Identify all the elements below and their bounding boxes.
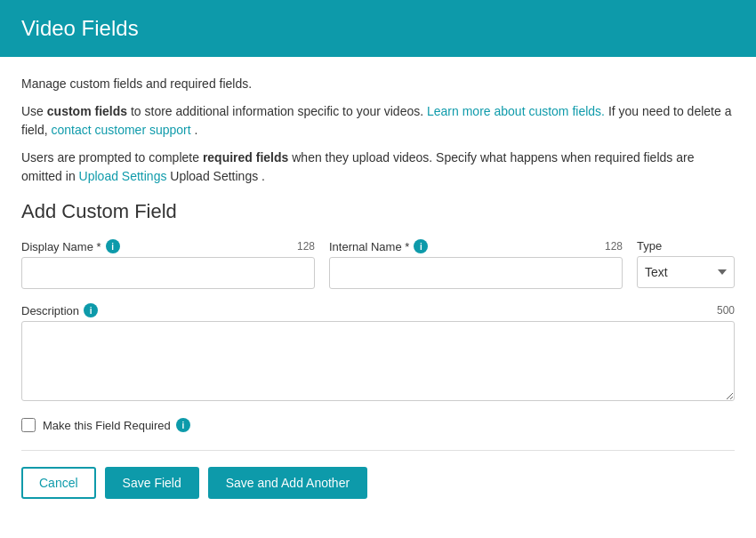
- intro-period: .: [195, 123, 198, 137]
- intro-line2: Use custom fields to store additional in…: [21, 102, 735, 140]
- intro-use-prefix: Use: [21, 104, 47, 118]
- save-and-add-button[interactable]: Save and Add Another: [208, 467, 367, 499]
- learn-more-link[interactable]: Learn more about custom fields.: [427, 104, 605, 118]
- internal-name-label-text: Internal Name *: [329, 240, 409, 253]
- section-title: Add Custom Field: [21, 200, 735, 223]
- intro-section: Manage custom fields and required fields…: [21, 75, 735, 186]
- divider: [21, 450, 735, 451]
- intro-custom-fields-bold: custom fields: [47, 104, 127, 118]
- type-label-text: Type: [637, 239, 662, 253]
- internal-name-label: Internal Name * i: [329, 239, 428, 253]
- page-title: Video Fields: [21, 16, 735, 41]
- internal-name-group: Internal Name * i 128: [329, 239, 623, 289]
- upload-settings-link[interactable]: Upload Settings: [79, 169, 167, 183]
- required-field-row: Make this Field Required i: [21, 418, 735, 432]
- description-char-count: 500: [717, 304, 735, 317]
- description-info-icon[interactable]: i: [84, 303, 98, 317]
- page-header: Video Fields: [0, 0, 756, 57]
- intro-users-prefix: Users are prompted to complete: [21, 150, 203, 165]
- save-button[interactable]: Save Field: [105, 467, 199, 499]
- display-name-label: Display Name * i: [21, 239, 120, 253]
- description-section: Description i 500: [21, 303, 735, 404]
- required-field-label-text: Make this Field Required: [43, 419, 171, 432]
- display-name-group: Display Name * i 128: [21, 239, 315, 289]
- internal-name-char-count: 128: [605, 240, 623, 253]
- type-label-row: Type: [637, 239, 735, 253]
- description-textarea[interactable]: [21, 321, 735, 401]
- internal-name-label-row: Internal Name * i 128: [329, 239, 623, 253]
- required-field-info-icon[interactable]: i: [176, 418, 190, 432]
- intro-line3-end: .: [261, 169, 265, 183]
- internal-name-info-icon[interactable]: i: [414, 239, 428, 253]
- contact-support-link[interactable]: contact customer support: [51, 123, 190, 137]
- display-name-char-count: 128: [297, 240, 315, 253]
- fields-row: Display Name * i 128 Internal Name * i 1…: [21, 239, 735, 289]
- actions-row: Cancel Save Field Save and Add Another: [21, 467, 735, 499]
- intro-middle: to store additional information specific…: [131, 104, 427, 118]
- main-content: Manage custom fields and required fields…: [0, 57, 756, 520]
- internal-name-input[interactable]: [329, 257, 623, 289]
- display-name-info-icon[interactable]: i: [106, 239, 120, 253]
- required-field-label: Make this Field Required i: [43, 418, 190, 432]
- description-label-text: Description: [21, 304, 79, 317]
- intro-line1: Manage custom fields and required fields…: [21, 75, 735, 93]
- intro-line3: Users are prompted to complete required …: [21, 149, 735, 186]
- type-group: Type Text Number Date Checkbox: [637, 239, 735, 288]
- display-name-label-text: Display Name *: [21, 240, 101, 253]
- display-name-label-row: Display Name * i 128: [21, 239, 315, 253]
- type-select[interactable]: Text Number Date Checkbox: [637, 256, 735, 288]
- required-field-checkbox[interactable]: [21, 418, 36, 432]
- intro-required-fields-bold: required fields: [203, 150, 288, 165]
- cancel-button[interactable]: Cancel: [21, 467, 96, 499]
- description-label-row: Description i 500: [21, 303, 735, 317]
- description-label: Description i: [21, 303, 98, 317]
- type-label: Type: [637, 239, 662, 253]
- display-name-input[interactable]: [21, 257, 315, 289]
